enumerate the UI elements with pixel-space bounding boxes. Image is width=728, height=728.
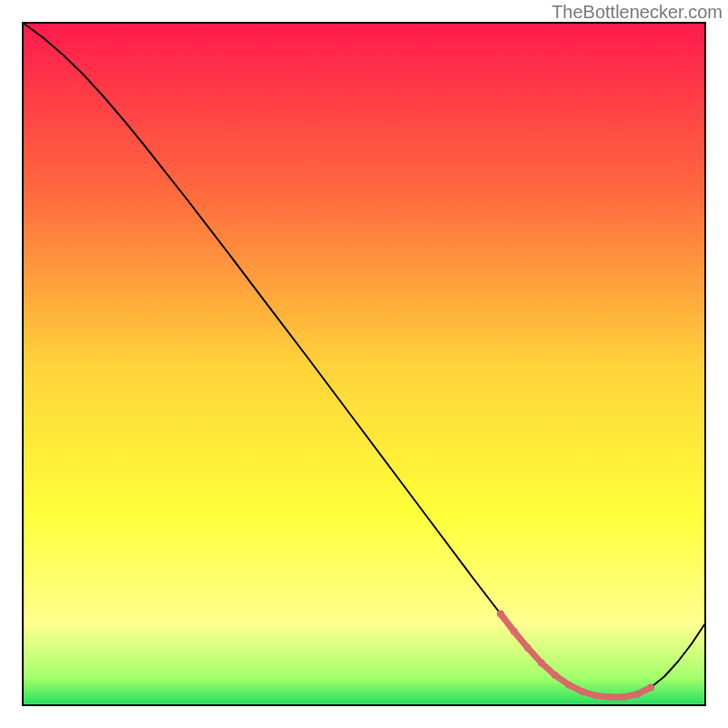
optimal-zone-point (606, 693, 613, 701)
optimal-zone-point (647, 684, 654, 692)
optimal-zone-point (538, 660, 545, 667)
optimal-zone-point (497, 611, 504, 618)
optimal-zone-point (579, 688, 586, 695)
optimal-zone-point (565, 682, 572, 689)
optimal-zone-point (551, 672, 559, 679)
gradient-background (23, 23, 705, 705)
chart-container: TheBottlenecker.com (0, 0, 728, 728)
optimal-zone-point (620, 693, 627, 701)
optimal-zone-point (524, 644, 531, 652)
chart-svg (0, 0, 728, 728)
optimal-zone-point (592, 693, 600, 700)
optimal-zone-point (633, 691, 641, 698)
optimal-zone-point (511, 628, 518, 635)
watermark-text: TheBottlenecker.com (551, 2, 723, 23)
